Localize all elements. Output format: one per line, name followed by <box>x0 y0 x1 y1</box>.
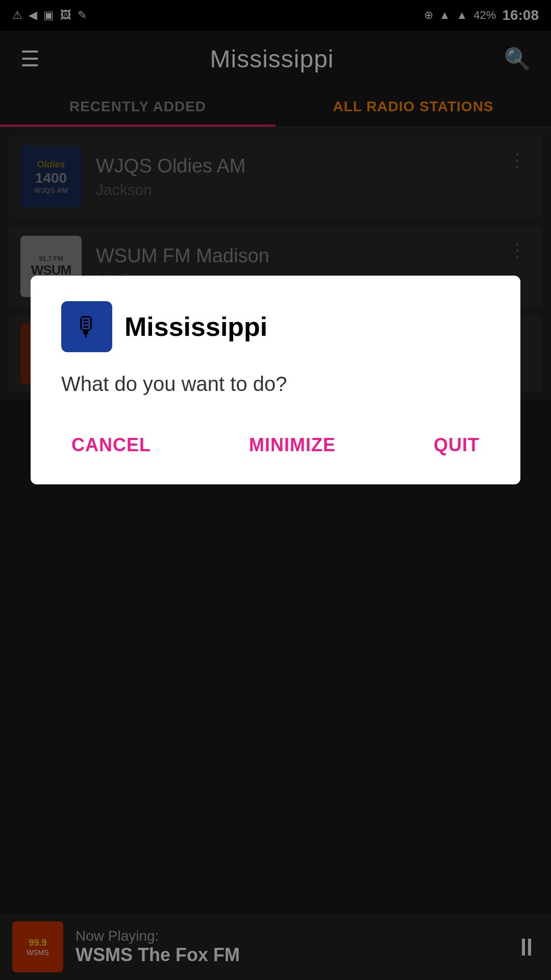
dialog-message: What do you want to do? <box>61 373 490 396</box>
dialog: 🎙 Mississippi What do you want to do? CA… <box>31 276 520 484</box>
minimize-button[interactable]: MINIMIZE <box>239 426 346 464</box>
dialog-overlay <box>0 0 551 980</box>
dialog-buttons: CANCEL MINIMIZE QUIT <box>61 426 490 464</box>
dialog-title: Mississippi <box>124 311 267 342</box>
cancel-button[interactable]: CANCEL <box>61 426 161 464</box>
dialog-header: 🎙 Mississippi <box>61 301 490 352</box>
dialog-logo: 🎙 <box>61 301 112 352</box>
quit-button[interactable]: QUIT <box>423 426 490 464</box>
